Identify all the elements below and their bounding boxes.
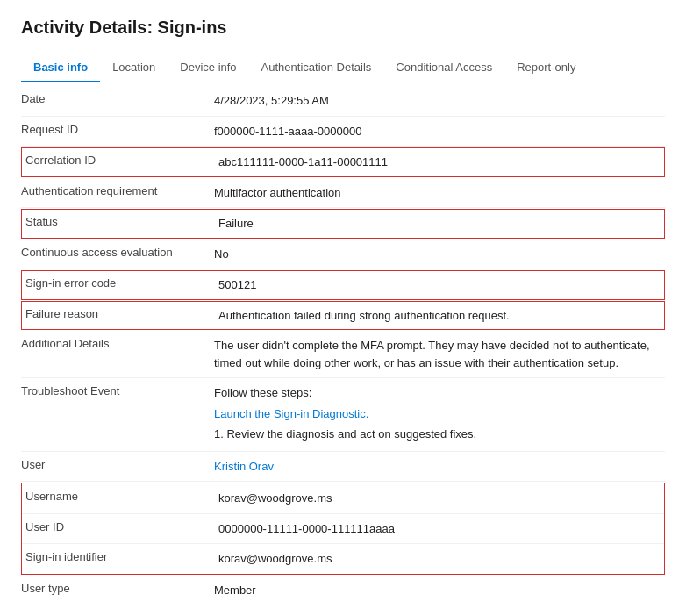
value-user-id: 0000000-11111-0000-111111aaaa bbox=[218, 520, 661, 538]
label-correlation-id: Correlation ID bbox=[25, 154, 218, 167]
label-continuous-access: Continuous access evaluation bbox=[21, 246, 214, 259]
label-auth-requirement: Authentication requirement bbox=[21, 184, 214, 197]
value-user-type: Member bbox=[214, 582, 665, 599]
page-title: Activity Details: Sign-ins bbox=[21, 18, 665, 38]
value-failure-reason: Authentication failed during strong auth… bbox=[218, 307, 661, 325]
value-additional-details: The user didn't complete the MFA prompt.… bbox=[214, 337, 665, 371]
tab-authentication-details[interactable]: Authentication Details bbox=[249, 54, 384, 82]
label-status: Status bbox=[25, 215, 218, 228]
value-sign-in-error-code: 500121 bbox=[218, 276, 661, 294]
row-additional-details: Additional Details The user didn't compl… bbox=[21, 331, 665, 378]
tab-location[interactable]: Location bbox=[100, 54, 168, 82]
value-sign-in-identifier: korav@woodgrove.ms bbox=[218, 550, 661, 568]
value-user: Kristin Orav bbox=[214, 458, 665, 476]
row-continuous-access: Continuous access evaluation No bbox=[21, 240, 665, 270]
label-user: User bbox=[21, 458, 214, 471]
value-request-id: f000000-1111-aaaa-0000000 bbox=[214, 123, 665, 140]
row-username: Username korav@woodgrove.ms bbox=[22, 483, 664, 514]
label-additional-details: Additional Details bbox=[21, 337, 214, 350]
value-status: Failure bbox=[218, 215, 661, 233]
row-user: User Kristin Orav bbox=[21, 452, 665, 483]
label-user-type: User type bbox=[21, 582, 214, 595]
row-troubleshoot-event: Troubleshoot Event Follow these steps: L… bbox=[21, 378, 665, 452]
value-auth-requirement: Multifactor authentication bbox=[214, 184, 665, 202]
row-correlation-id: Correlation ID abc111111-0000-1a11-00001… bbox=[21, 147, 665, 177]
tab-conditional-access[interactable]: Conditional Access bbox=[383, 54, 504, 82]
tab-basic-info[interactable]: Basic info bbox=[21, 54, 100, 82]
troubleshoot-steps: Follow these steps: Launch the Sign-in D… bbox=[214, 384, 665, 443]
label-username: Username bbox=[25, 490, 218, 503]
troubleshoot-step: 1. Review the diagnosis and act on sugge… bbox=[214, 426, 665, 443]
user-link[interactable]: Kristin Orav bbox=[214, 460, 274, 473]
row-date: Date 4/28/2023, 5:29:55 AM bbox=[21, 86, 665, 117]
label-failure-reason: Failure reason bbox=[25, 307, 218, 320]
value-correlation-id: abc111111-0000-1a11-00001111 bbox=[218, 154, 661, 171]
value-date: 4/28/2023, 5:29:55 AM bbox=[214, 92, 665, 110]
row-request-id: Request ID f000000-1111-aaaa-0000000 bbox=[21, 117, 665, 147]
label-user-id: User ID bbox=[25, 520, 218, 534]
row-failure-reason: Failure reason Authentication failed dur… bbox=[21, 301, 665, 331]
content-panel: Date 4/28/2023, 5:29:55 AM Request ID f0… bbox=[21, 82, 665, 605]
label-troubleshoot-event: Troubleshoot Event bbox=[21, 384, 214, 398]
row-sign-in-identifier: Sign-in identifier korav@woodgrove.ms bbox=[22, 544, 664, 574]
label-date: Date bbox=[21, 92, 214, 105]
value-troubleshoot-event: Follow these steps: Launch the Sign-in D… bbox=[214, 384, 665, 445]
tab-bar: Basic info Location Device info Authenti… bbox=[21, 54, 665, 82]
troubleshoot-link[interactable]: Launch the Sign-in Diagnostic. bbox=[214, 405, 665, 423]
tab-report-only[interactable]: Report-only bbox=[504, 54, 588, 82]
row-sign-in-error-code: Sign-in error code 500121 bbox=[21, 270, 665, 300]
label-sign-in-identifier: Sign-in identifier bbox=[25, 550, 218, 563]
tab-device-info[interactable]: Device info bbox=[168, 54, 248, 82]
label-request-id: Request ID bbox=[21, 123, 214, 136]
label-sign-in-error-code: Sign-in error code bbox=[25, 276, 218, 290]
value-username: korav@woodgrove.ms bbox=[218, 490, 661, 507]
row-status: Status Failure bbox=[21, 209, 665, 239]
row-user-type: User type Member bbox=[21, 576, 665, 605]
row-user-id: User ID 0000000-11111-0000-111111aaaa bbox=[22, 514, 664, 545]
row-auth-requirement: Authentication requirement Multifactor a… bbox=[21, 178, 665, 209]
troubleshoot-header: Follow these steps: bbox=[214, 384, 665, 402]
user-group-box: Username korav@woodgrove.ms User ID 0000… bbox=[21, 483, 665, 575]
value-continuous-access: No bbox=[214, 246, 665, 263]
